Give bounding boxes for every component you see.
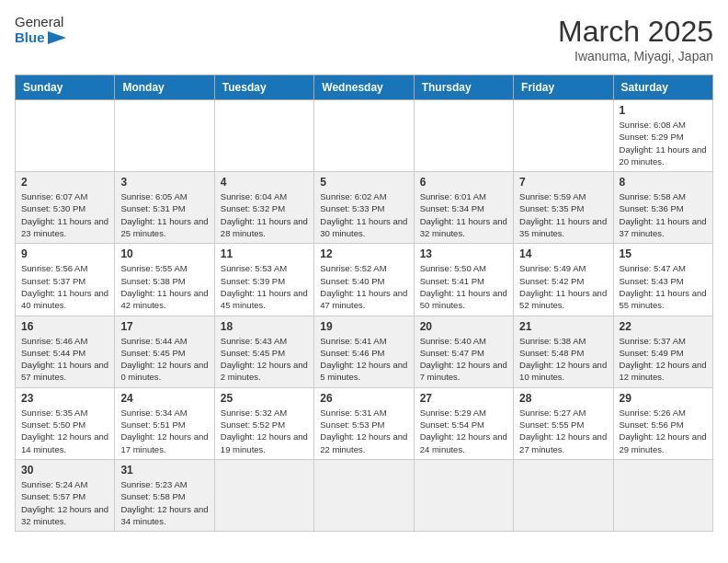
calendar-cell: 11Sunrise: 5:53 AM Sunset: 5:39 PM Dayli… — [214, 244, 313, 316]
day-info: Sunrise: 5:32 AM Sunset: 5:52 PM Dayligh… — [221, 407, 308, 455]
calendar: SundayMondayTuesdayWednesdayThursdayFrid… — [15, 75, 713, 532]
calendar-cell: 12Sunrise: 5:52 AM Sunset: 5:40 PM Dayli… — [314, 244, 414, 316]
weekday-header-tuesday: Tuesday — [214, 75, 313, 100]
month-title: March 2025 — [558, 15, 713, 49]
day-number: 3 — [120, 176, 208, 189]
day-number: 14 — [519, 247, 607, 260]
calendar-cell: 2Sunrise: 6:07 AM Sunset: 5:30 PM Daylig… — [16, 172, 115, 244]
day-number: 9 — [21, 247, 108, 260]
day-info: Sunrise: 5:34 AM Sunset: 5:51 PM Dayligh… — [120, 407, 208, 455]
day-number: 6 — [420, 176, 507, 189]
calendar-cell — [16, 100, 115, 172]
day-number: 15 — [620, 247, 707, 260]
weekday-header-thursday: Thursday — [414, 75, 513, 100]
day-info: Sunrise: 5:23 AM Sunset: 5:58 PM Dayligh… — [120, 478, 208, 527]
calendar-cell: 22Sunrise: 5:37 AM Sunset: 5:49 PM Dayli… — [613, 316, 712, 387]
day-number: 26 — [320, 392, 407, 405]
day-info: Sunrise: 5:43 AM Sunset: 5:45 PM Dayligh… — [221, 335, 308, 384]
day-info: Sunrise: 5:37 AM Sunset: 5:49 PM Dayligh… — [620, 335, 707, 384]
day-number: 24 — [120, 392, 208, 405]
calendar-cell: 20Sunrise: 5:40 AM Sunset: 5:47 PM Dayli… — [414, 316, 513, 387]
calendar-cell — [314, 100, 414, 172]
header: General Blue March 2025 Iwanuma, Miyagi,… — [15, 15, 713, 63]
weekday-header-wednesday: Wednesday — [314, 75, 414, 100]
calendar-cell: 30Sunrise: 5:24 AM Sunset: 5:57 PM Dayli… — [16, 459, 115, 531]
calendar-cell — [314, 459, 414, 531]
calendar-cell — [414, 100, 513, 172]
calendar-cell: 13Sunrise: 5:50 AM Sunset: 5:41 PM Dayli… — [414, 244, 513, 316]
calendar-cell: 7Sunrise: 5:59 AM Sunset: 5:35 PM Daylig… — [514, 172, 613, 244]
weekday-header-row: SundayMondayTuesdayWednesdayThursdayFrid… — [16, 75, 713, 100]
svg-marker-0 — [48, 31, 66, 44]
day-info: Sunrise: 5:49 AM Sunset: 5:42 PM Dayligh… — [519, 262, 607, 311]
calendar-cell: 4Sunrise: 6:04 AM Sunset: 5:32 PM Daylig… — [214, 172, 313, 244]
calendar-cell: 5Sunrise: 6:02 AM Sunset: 5:33 PM Daylig… — [314, 172, 414, 244]
day-info: Sunrise: 5:56 AM Sunset: 5:37 PM Dayligh… — [21, 262, 108, 311]
calendar-cell: 23Sunrise: 5:35 AM Sunset: 5:50 PM Dayli… — [16, 387, 115, 459]
weekday-header-monday: Monday — [115, 75, 214, 100]
calendar-cell: 8Sunrise: 5:58 AM Sunset: 5:36 PM Daylig… — [613, 172, 712, 244]
day-info: Sunrise: 5:47 AM Sunset: 5:43 PM Dayligh… — [620, 262, 707, 311]
calendar-cell: 29Sunrise: 5:26 AM Sunset: 5:56 PM Dayli… — [613, 387, 712, 459]
week-row-2: 2Sunrise: 6:07 AM Sunset: 5:30 PM Daylig… — [16, 172, 713, 244]
day-number: 23 — [21, 392, 108, 405]
calendar-cell — [613, 459, 712, 531]
day-number: 17 — [120, 320, 208, 333]
day-info: Sunrise: 6:08 AM Sunset: 5:29 PM Dayligh… — [620, 119, 707, 167]
calendar-cell: 15Sunrise: 5:47 AM Sunset: 5:43 PM Dayli… — [613, 244, 712, 316]
day-number: 4 — [221, 176, 308, 189]
calendar-cell — [214, 459, 313, 531]
calendar-cell: 9Sunrise: 5:56 AM Sunset: 5:37 PM Daylig… — [16, 244, 115, 316]
day-info: Sunrise: 5:46 AM Sunset: 5:44 PM Dayligh… — [21, 335, 108, 384]
day-number: 25 — [221, 392, 308, 405]
day-info: Sunrise: 5:58 AM Sunset: 5:36 PM Dayligh… — [620, 190, 707, 239]
day-info: Sunrise: 5:38 AM Sunset: 5:48 PM Dayligh… — [519, 335, 607, 384]
calendar-cell: 24Sunrise: 5:34 AM Sunset: 5:51 PM Dayli… — [115, 387, 214, 459]
day-info: Sunrise: 5:50 AM Sunset: 5:41 PM Dayligh… — [420, 262, 507, 311]
weekday-header-friday: Friday — [514, 75, 613, 100]
day-info: Sunrise: 6:05 AM Sunset: 5:31 PM Dayligh… — [120, 190, 208, 239]
logo: General Blue — [15, 15, 66, 45]
day-number: 29 — [620, 392, 707, 405]
weekday-header-saturday: Saturday — [613, 75, 712, 100]
day-number: 19 — [320, 320, 407, 333]
day-info: Sunrise: 5:26 AM Sunset: 5:56 PM Dayligh… — [620, 407, 707, 455]
calendar-cell — [514, 459, 613, 531]
calendar-cell — [214, 100, 313, 172]
day-info: Sunrise: 5:41 AM Sunset: 5:46 PM Dayligh… — [320, 335, 407, 384]
day-info: Sunrise: 5:27 AM Sunset: 5:55 PM Dayligh… — [519, 407, 607, 455]
location-title: Iwanuma, Miyagi, Japan — [558, 49, 713, 63]
day-info: Sunrise: 6:04 AM Sunset: 5:32 PM Dayligh… — [221, 190, 308, 239]
day-info: Sunrise: 6:02 AM Sunset: 5:33 PM Dayligh… — [320, 190, 407, 239]
calendar-cell: 27Sunrise: 5:29 AM Sunset: 5:54 PM Dayli… — [414, 387, 513, 459]
day-number: 2 — [21, 176, 108, 189]
day-number: 5 — [320, 176, 407, 189]
calendar-cell — [115, 100, 214, 172]
weekday-header-sunday: Sunday — [16, 75, 115, 100]
week-row-3: 9Sunrise: 5:56 AM Sunset: 5:37 PM Daylig… — [16, 244, 713, 316]
day-info: Sunrise: 5:55 AM Sunset: 5:38 PM Dayligh… — [120, 262, 208, 311]
week-row-6: 30Sunrise: 5:24 AM Sunset: 5:57 PM Dayli… — [16, 459, 713, 531]
day-info: Sunrise: 5:44 AM Sunset: 5:45 PM Dayligh… — [120, 335, 208, 384]
day-number: 30 — [21, 464, 108, 477]
day-number: 12 — [320, 247, 407, 260]
day-info: Sunrise: 6:01 AM Sunset: 5:34 PM Dayligh… — [420, 190, 507, 239]
day-info: Sunrise: 5:35 AM Sunset: 5:50 PM Dayligh… — [21, 407, 108, 455]
day-info: Sunrise: 5:29 AM Sunset: 5:54 PM Dayligh… — [420, 407, 507, 455]
day-number: 1 — [620, 104, 707, 117]
week-row-4: 16Sunrise: 5:46 AM Sunset: 5:44 PM Dayli… — [16, 316, 713, 387]
calendar-cell: 14Sunrise: 5:49 AM Sunset: 5:42 PM Dayli… — [514, 244, 613, 316]
day-info: Sunrise: 6:07 AM Sunset: 5:30 PM Dayligh… — [21, 190, 108, 239]
day-info: Sunrise: 5:24 AM Sunset: 5:57 PM Dayligh… — [21, 478, 108, 527]
day-info: Sunrise: 5:52 AM Sunset: 5:40 PM Dayligh… — [320, 262, 407, 311]
day-number: 22 — [620, 320, 707, 333]
day-number: 13 — [420, 247, 507, 260]
day-info: Sunrise: 5:53 AM Sunset: 5:39 PM Dayligh… — [221, 262, 308, 311]
calendar-cell: 31Sunrise: 5:23 AM Sunset: 5:58 PM Dayli… — [115, 459, 214, 531]
day-number: 10 — [120, 247, 208, 260]
calendar-cell: 26Sunrise: 5:31 AM Sunset: 5:53 PM Dayli… — [314, 387, 414, 459]
calendar-cell — [514, 100, 613, 172]
calendar-cell: 25Sunrise: 5:32 AM Sunset: 5:52 PM Dayli… — [214, 387, 313, 459]
week-row-1: 1Sunrise: 6:08 AM Sunset: 5:29 PM Daylig… — [16, 100, 713, 172]
day-info: Sunrise: 5:59 AM Sunset: 5:35 PM Dayligh… — [519, 190, 607, 239]
